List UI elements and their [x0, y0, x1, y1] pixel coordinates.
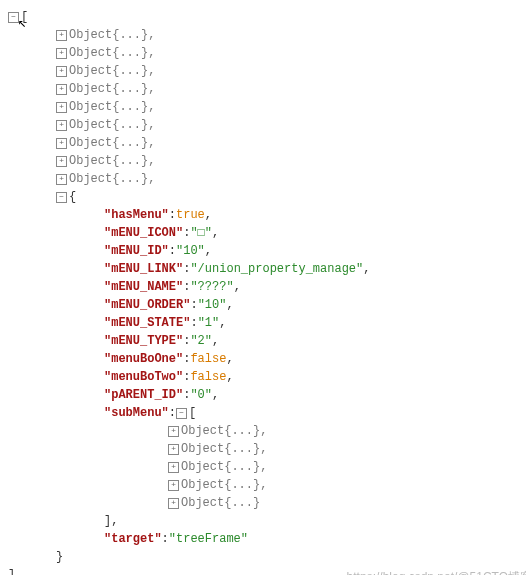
collapsed-object: +Object{...}, [8, 422, 526, 440]
expand-icon[interactable]: + [56, 102, 67, 113]
prop-pARENT_ID: "pARENT_ID":"0", [8, 386, 526, 404]
collapsed-object: +Object{...} [8, 494, 526, 512]
expand-icon[interactable]: + [56, 156, 67, 167]
prop-target: "target":"treeFrame" [8, 530, 526, 548]
expand-icon[interactable]: + [168, 498, 179, 509]
submenu-close: ], [8, 512, 526, 530]
prop-menuBoOne: "menuBoOne":false, [8, 350, 526, 368]
collapsed-object: +Object{...}, [8, 476, 526, 494]
expand-icon[interactable]: + [56, 120, 67, 131]
expand-icon[interactable]: + [56, 48, 67, 59]
collapse-icon[interactable]: − [176, 408, 187, 419]
collapsed-object: +Object{...}, [8, 458, 526, 476]
collapse-icon[interactable]: − [8, 12, 19, 23]
json-tree: −[ +Object{...}, +Object{...}, +Object{.… [8, 8, 526, 575]
prop-mENU_ORDER: "mENU_ORDER":"10", [8, 296, 526, 314]
collapsed-object: +Object{...}, [8, 440, 526, 458]
object-close: } [8, 548, 526, 566]
prop-menuBoTwo: "menuBoTwo":false, [8, 368, 526, 386]
collapsed-object: +Object{...}, [8, 98, 526, 116]
expand-icon[interactable]: + [168, 462, 179, 473]
prop-mENU_LINK: "mENU_LINK":"/union_property_manage", [8, 260, 526, 278]
expand-icon[interactable]: + [56, 66, 67, 77]
expand-icon[interactable]: + [168, 480, 179, 491]
object-open: −{ [8, 188, 526, 206]
collapsed-object: +Object{...}, [8, 170, 526, 188]
collapsed-object: +Object{...}, [8, 152, 526, 170]
collapse-icon[interactable]: − [56, 192, 67, 203]
collapsed-object: +Object{...}, [8, 80, 526, 98]
expand-icon[interactable]: + [56, 174, 67, 185]
prop-mENU_ID: "mENU_ID":"10", [8, 242, 526, 260]
collapsed-object: +Object{...}, [8, 62, 526, 80]
collapsed-object: +Object{...}, [8, 26, 526, 44]
prop-mENU_NAME: "mENU_NAME":"????", [8, 278, 526, 296]
expand-icon[interactable]: + [168, 426, 179, 437]
expand-icon[interactable]: + [56, 30, 67, 41]
collapsed-object: +Object{...}, [8, 134, 526, 152]
prop-mENU_STATE: "mENU_STATE":"1", [8, 314, 526, 332]
collapsed-object: +Object{...}, [8, 116, 526, 134]
array-open: −[ [8, 8, 526, 26]
prop-hasMenu: "hasMenu":true, [8, 206, 526, 224]
expand-icon[interactable]: + [56, 138, 67, 149]
watermark: https://blog.csdn.net/@51CTO博客 [347, 568, 526, 575]
expand-icon[interactable]: + [56, 84, 67, 95]
collapsed-object: +Object{...}, [8, 44, 526, 62]
prop-subMenu: "subMenu":−[ [8, 404, 526, 422]
expand-icon[interactable]: + [168, 444, 179, 455]
prop-mENU_ICON: "mENU_ICON":"□", [8, 224, 526, 242]
prop-mENU_TYPE: "mENU_TYPE":"2", [8, 332, 526, 350]
